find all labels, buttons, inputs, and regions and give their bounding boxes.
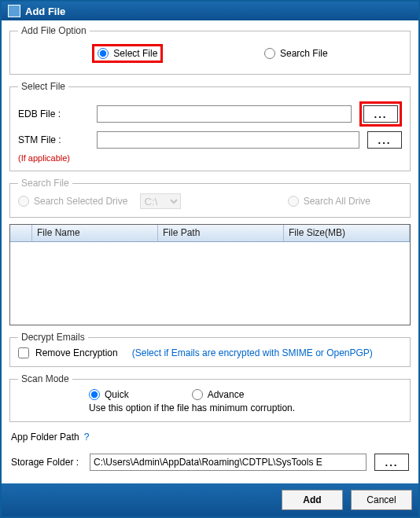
stm-file-label: STM File : xyxy=(18,134,61,145)
drive-select: C:\ xyxy=(140,193,181,209)
grid-body-empty xyxy=(10,242,410,325)
select-file-radio[interactable] xyxy=(98,48,109,59)
edb-file-input[interactable] xyxy=(97,105,352,123)
edb-file-label: EDB File : xyxy=(18,108,89,119)
add-button[interactable]: Add xyxy=(282,490,343,510)
window-title: Add File xyxy=(25,6,65,17)
search-file-legend: Search File xyxy=(18,178,72,189)
search-selected-drive-radio xyxy=(18,196,29,207)
scan-hint: Use this option if the file has minimum … xyxy=(18,402,402,413)
search-all-drive-radio xyxy=(288,196,299,207)
search-file-group: Search File Search Selected Drive C:\ Se… xyxy=(9,178,411,218)
select-file-legend: Select File xyxy=(18,81,68,92)
add-file-option-group: Add File Option Select File Search File xyxy=(9,25,411,75)
search-file-radio[interactable] xyxy=(264,48,275,59)
advance-scan-label[interactable]: Advance xyxy=(208,389,245,400)
grid-col-filesize[interactable]: File Size(MB) xyxy=(284,225,410,241)
app-folder-label: App Folder Path xyxy=(11,432,79,443)
advance-scan-radio[interactable] xyxy=(192,389,203,400)
decrypt-emails-group: Decrypt Emails Remove Encryption (Select… xyxy=(9,332,411,367)
decrypt-hint: (Select if Emails are encrypted with SMI… xyxy=(132,347,373,358)
file-results-grid: File Name File Path File Size(MB) xyxy=(9,224,411,325)
select-file-group: Select File EDB File : ... STM File : ..… xyxy=(9,81,411,171)
quick-scan-radio[interactable] xyxy=(89,389,100,400)
grid-col-filepath[interactable]: File Path xyxy=(158,225,284,241)
scan-legend: Scan Mode xyxy=(18,373,72,384)
search-file-label[interactable]: Search File xyxy=(280,48,328,59)
scan-mode-group: Scan Mode Quick Advance Use this option … xyxy=(9,373,411,422)
search-all-drive-label: Search All Drive xyxy=(304,196,370,207)
grid-col-checkbox[interactable] xyxy=(10,225,32,241)
edb-browse-button[interactable]: ... xyxy=(363,105,398,123)
storage-browse-button[interactable]: ... xyxy=(374,454,409,471)
add-file-option-legend: Add File Option xyxy=(18,25,90,36)
storage-folder-label: Storage Folder : xyxy=(11,457,82,468)
cancel-button[interactable]: Cancel xyxy=(351,490,412,510)
select-file-highlight: Select File xyxy=(92,44,163,63)
select-file-label[interactable]: Select File xyxy=(113,48,157,59)
app-folder-help-icon[interactable]: ? xyxy=(84,432,90,443)
decrypt-legend: Decrypt Emails xyxy=(18,332,88,343)
remove-encryption-checkbox[interactable] xyxy=(18,347,29,358)
remove-encryption-label[interactable]: Remove Encryption xyxy=(35,347,118,358)
storage-folder-input[interactable] xyxy=(90,454,367,471)
stm-hint: (If applicable) xyxy=(18,153,402,163)
grid-col-filename[interactable]: File Name xyxy=(32,225,158,241)
footer-bar: Add Cancel xyxy=(2,483,418,516)
titlebar: Add File xyxy=(2,2,418,20)
search-selected-drive-label: Search Selected Drive xyxy=(34,196,127,207)
stm-browse-button[interactable]: ... xyxy=(367,131,402,149)
edb-browse-highlight: ... xyxy=(359,101,402,127)
quick-scan-label[interactable]: Quick xyxy=(105,389,129,400)
grid-header: File Name File Path File Size(MB) xyxy=(10,225,410,242)
stm-file-input[interactable] xyxy=(97,131,359,149)
app-icon xyxy=(8,5,20,17)
